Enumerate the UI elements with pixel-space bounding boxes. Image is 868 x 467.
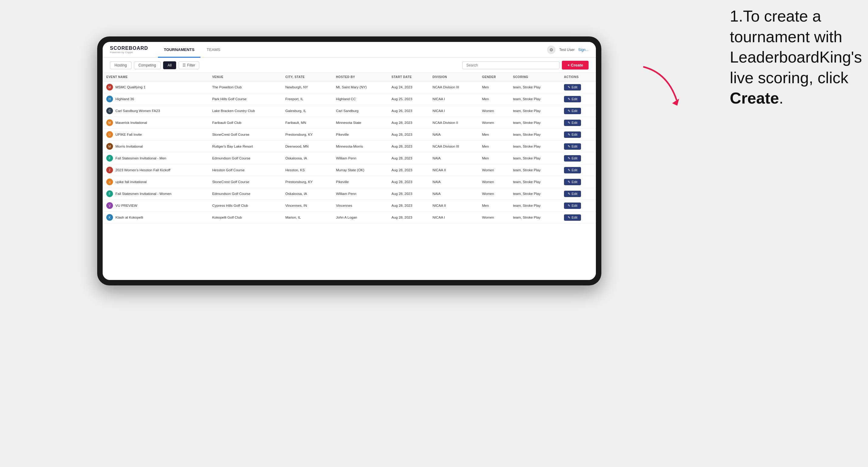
event-name: Highland 36: [116, 97, 134, 101]
venue-cell: Ruttger's Bay Lake Resort: [209, 141, 282, 152]
edit-icon: ✎: [568, 156, 570, 160]
all-filter-btn[interactable]: All: [163, 61, 176, 69]
city-cell: Deerwood, MN: [282, 141, 332, 152]
city-cell: Hesston, KS: [282, 164, 332, 176]
event-name-cell: H Highland 36: [103, 93, 209, 105]
gender-cell: Men: [478, 93, 509, 105]
events-table: EVENT NAME VENUE CITY, STATE HOSTED BY S…: [103, 73, 596, 223]
city-cell: Oskaloosa, IA: [282, 188, 332, 200]
event-name: Klash at Kokopelli: [116, 216, 143, 219]
edit-icon: ✎: [568, 180, 570, 184]
table-header-row: EVENT NAME VENUE CITY, STATE HOSTED BY S…: [103, 73, 596, 82]
scoring-cell: team, Stroke Play: [509, 152, 560, 164]
actions-cell: ✎ Edit: [560, 176, 596, 188]
edit-button[interactable]: ✎ Edit: [564, 131, 581, 138]
date-cell: Aug 28, 2023: [388, 188, 429, 200]
header-right: ⚙ Test User Sign...: [547, 45, 589, 54]
edit-button[interactable]: ✎ Edit: [564, 108, 581, 114]
edit-button[interactable]: ✎ Edit: [564, 167, 581, 174]
division-cell: NICAA II: [429, 200, 478, 212]
user-label: Test User: [559, 48, 575, 52]
event-name: Maverick Invitational: [116, 121, 147, 124]
edit-button[interactable]: ✎ Edit: [564, 155, 581, 161]
city-cell: Galesburg, IL: [282, 105, 332, 117]
edit-icon: ✎: [568, 192, 570, 196]
settings-icon[interactable]: ⚙: [547, 45, 556, 54]
edit-button[interactable]: ✎ Edit: [564, 96, 581, 102]
team-logo: C: [106, 107, 113, 114]
arrow-indicator: [625, 61, 686, 109]
event-name-cell: K Klash at Kokopelli: [103, 212, 209, 223]
filter-icon-btn[interactable]: ☰ Filter: [179, 61, 199, 69]
team-logo: u: [106, 179, 113, 185]
logo-subtitle: Powered by Clippit: [110, 51, 148, 54]
hosting-filter-btn[interactable]: Hosting: [110, 61, 131, 69]
scoring-cell: team, Stroke Play: [509, 164, 560, 176]
city-cell: Freeport, IL: [282, 93, 332, 105]
table-row: F Fall Statesmen Invitational - Men Edmu…: [103, 152, 596, 164]
sign-in-link[interactable]: Sign...: [578, 48, 589, 52]
hosted-by-cell: John A Logan: [332, 212, 388, 223]
event-name-cell: M Morris Invitational: [103, 141, 209, 152]
nav-tab-teams[interactable]: TEAMS: [200, 42, 226, 58]
edit-button[interactable]: ✎ Edit: [564, 120, 581, 126]
scoring-cell: team, Stroke Play: [509, 188, 560, 200]
create-button[interactable]: + Create: [562, 61, 589, 69]
app-logo: SCOREBOARD: [110, 45, 148, 51]
events-table-container: EVENT NAME VENUE CITY, STATE HOSTED BY S…: [103, 73, 596, 280]
actions-cell: ✎ Edit: [560, 105, 596, 117]
city-cell: Oskaloosa, IA: [282, 152, 332, 164]
gender-cell: Women: [478, 176, 509, 188]
division-cell: NICAA I: [429, 212, 478, 223]
col-actions: ACTIONS: [560, 73, 596, 82]
edit-button[interactable]: ✎ Edit: [564, 84, 581, 91]
edit-button[interactable]: ✎ Edit: [564, 191, 581, 197]
table-row: K Klash at Kokopelli Kokopelli Golf Club…: [103, 212, 596, 223]
actions-cell: ✎ Edit: [560, 93, 596, 105]
event-name: Carl Sandburg Women FA23: [116, 109, 160, 113]
gender-cell: Men: [478, 141, 509, 152]
edit-button[interactable]: ✎ Edit: [564, 214, 581, 221]
competing-filter-btn[interactable]: Competing: [134, 61, 161, 69]
venue-cell: Cypress Hills Golf Club: [209, 200, 282, 212]
team-logo: M: [106, 119, 113, 126]
scoring-cell: team, Stroke Play: [509, 93, 560, 105]
search-input[interactable]: [462, 61, 559, 69]
table-row: U UPIKE Fall Invite StoneCrest Golf Cour…: [103, 129, 596, 141]
division-cell: NAIA: [429, 129, 478, 141]
table-row: H Highland 36 Park Hills Golf CourseFree…: [103, 93, 596, 105]
gender-cell: Women: [478, 164, 509, 176]
team-logo: 2: [106, 167, 113, 174]
actions-cell: ✎ Edit: [560, 141, 596, 152]
event-name-cell: F Fall Statesmen Invitational - Men: [103, 152, 209, 164]
event-name-cell: C Carl Sandburg Women FA23: [103, 105, 209, 117]
event-name: Morris Invitational: [116, 145, 143, 148]
date-cell: Aug 28, 2023: [388, 129, 429, 141]
actions-cell: ✎ Edit: [560, 82, 596, 93]
actions-cell: ✎ Edit: [560, 152, 596, 164]
division-cell: NICAA II: [429, 164, 478, 176]
venue-cell: StoneCrest Golf Course: [209, 129, 282, 141]
edit-icon: ✎: [568, 204, 570, 208]
actions-cell: ✎ Edit: [560, 129, 596, 141]
edit-button[interactable]: ✎ Edit: [564, 143, 581, 150]
venue-cell: Edmundson Golf Course: [209, 152, 282, 164]
scoring-cell: team, Stroke Play: [509, 117, 560, 129]
division-cell: NAIA: [429, 176, 478, 188]
annotation-text: 1.To create a tournament with Leaderboar…: [730, 6, 862, 109]
venue-cell: Edmundson Golf Course: [209, 188, 282, 200]
hosted-by-cell: Pikeville: [332, 129, 388, 141]
edit-icon: ✎: [568, 121, 570, 125]
venue-cell: Park Hills Golf Course: [209, 93, 282, 105]
app-header: SCOREBOARD Powered by Clippit TOURNAMENT…: [103, 42, 596, 58]
city-cell: Prestonsburg, KY: [282, 129, 332, 141]
edit-button[interactable]: ✎ Edit: [564, 179, 581, 185]
team-logo: F: [106, 155, 113, 161]
scoring-cell: team, Stroke Play: [509, 82, 560, 93]
edit-button[interactable]: ✎ Edit: [564, 203, 581, 209]
nav-tab-tournaments[interactable]: TOURNAMENTS: [158, 42, 201, 58]
date-cell: Aug 28, 2023: [388, 141, 429, 152]
team-logo: K: [106, 214, 113, 221]
main-nav: TOURNAMENTS TEAMS: [158, 42, 226, 57]
hosted-by-cell: Vincennes: [332, 200, 388, 212]
